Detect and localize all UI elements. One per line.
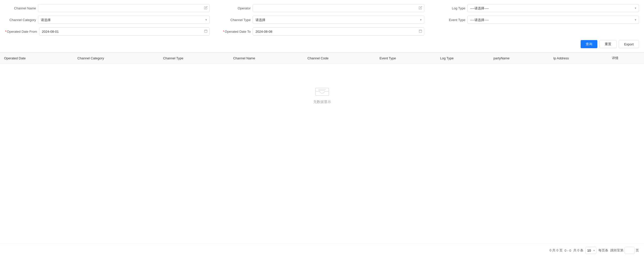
operated-date-to-input[interactable] bbox=[253, 27, 424, 36]
operated-date-to-label: Operated Date To bbox=[220, 30, 253, 33]
log-type-select[interactable]: ----请选择---- bbox=[467, 4, 639, 12]
channel-name-label: Channel Name bbox=[5, 6, 38, 10]
col-detail: 详情 bbox=[608, 53, 644, 64]
operated-date-from-label: Operated Date From bbox=[5, 30, 39, 33]
table-header-row: Operated Date Channel Category Channel T… bbox=[0, 53, 644, 64]
col-channel-type: Channel Type bbox=[159, 53, 229, 64]
log-type-label: Log Type bbox=[434, 6, 467, 10]
channel-category-select[interactable]: 请选择 bbox=[38, 16, 210, 24]
data-table-container: Operated Date Channel Category Channel T… bbox=[0, 53, 644, 125]
export-button[interactable]: Export bbox=[619, 40, 639, 48]
col-operated-date: Operated Date bbox=[0, 53, 73, 64]
empty-text: 无数据显示 bbox=[313, 100, 331, 104]
col-channel-name: Channel Name bbox=[229, 53, 303, 64]
col-log-type: Log Type bbox=[436, 53, 489, 64]
operator-label: Operator bbox=[220, 6, 253, 10]
query-button[interactable]: 查询 bbox=[581, 40, 597, 48]
event-type-label: Event Type bbox=[434, 18, 467, 22]
svg-rect-8 bbox=[315, 88, 329, 96]
operator-input[interactable] bbox=[253, 4, 424, 12]
col-channel-code: Channel Code bbox=[303, 53, 375, 64]
data-table: Operated Date Channel Category Channel T… bbox=[0, 53, 644, 125]
reset-button[interactable]: 重置 bbox=[599, 40, 617, 48]
operated-date-from-input[interactable] bbox=[39, 27, 210, 36]
col-channel-category: Channel Category bbox=[73, 53, 159, 64]
empty-inbox-icon bbox=[315, 84, 330, 97]
col-party-name: partyName bbox=[489, 53, 549, 64]
empty-state: 无数据显示 bbox=[0, 64, 644, 125]
event-type-select[interactable]: ----请选择---- bbox=[467, 16, 639, 24]
col-ip-address: Ip Address bbox=[549, 53, 608, 64]
channel-type-label: Channel Type bbox=[220, 18, 253, 22]
col-event-type: Event Type bbox=[375, 53, 436, 64]
channel-category-label: Channel Category bbox=[5, 18, 38, 22]
channel-name-input[interactable] bbox=[38, 4, 210, 12]
channel-type-select[interactable]: 请选择 bbox=[253, 16, 424, 24]
